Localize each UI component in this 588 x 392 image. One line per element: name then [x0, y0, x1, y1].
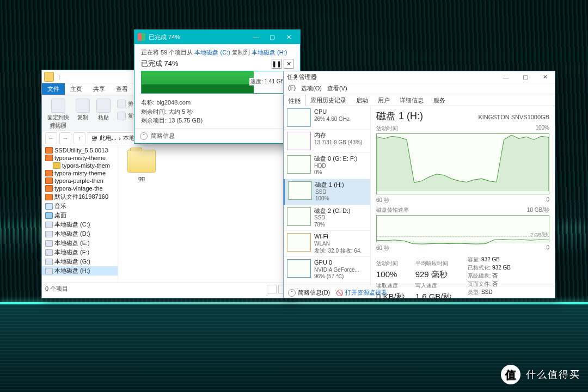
forward-button[interactable]: →: [59, 132, 71, 144]
perf-thumb: [288, 181, 312, 200]
zip-icon: [45, 185, 53, 192]
perf-thumb: [287, 108, 311, 127]
task-manager-window[interactable]: 任务管理器 — ▢ ✕ (F) 选项(O) 查看(V) 性能应用历史记录启动用户…: [283, 71, 555, 298]
folder-name: gg: [122, 175, 161, 181]
nav-tree[interactable]: SSDUtility_5.5.0013typora-misty-themetyp…: [42, 145, 118, 283]
tree-item[interactable]: 本地磁盘 (F:): [42, 248, 118, 257]
qat-divider: |: [56, 74, 62, 80]
cut-icon: [117, 100, 126, 108]
copy-button[interactable]: 复制: [74, 97, 92, 122]
copy-summary: 正在将 59 个项目从 本地磁盘 (C:) 复制到 本地磁盘 (H:): [141, 48, 293, 57]
up-button[interactable]: ↑: [74, 132, 85, 144]
no-icon: [336, 290, 343, 296]
taskmgr-menubar: (F) 选项(O) 查看(V): [284, 83, 555, 94]
activity-chart: [376, 133, 549, 194]
open-resource-monitor-link[interactable]: 打开资源监视器: [345, 289, 387, 297]
tab-4[interactable]: 详细信息: [395, 94, 428, 106]
copy-icon: [76, 99, 90, 113]
tree-item[interactable]: typora-misty-theme: [42, 154, 118, 162]
copy-titlebar[interactable]: 已完成 74% — ▢ ✕: [134, 30, 300, 44]
perf-thumb: [287, 233, 311, 252]
perf-item[interactable]: Wi-FiWLAN发送: 32.0 接收: 64.: [284, 231, 370, 257]
tab-2[interactable]: 启动: [351, 94, 373, 106]
menu-view[interactable]: 查看(V): [327, 84, 347, 93]
back-button[interactable]: ←: [45, 132, 57, 144]
close-button[interactable]: ✕: [280, 30, 297, 44]
copy-items-remaining: 剩余项目: 13 (5.75 GB): [141, 116, 293, 125]
percent-complete: 已完成 74%: [141, 59, 179, 69]
drive-icon: [45, 259, 53, 265]
tree-item[interactable]: 本地磁盘 (E:): [42, 238, 118, 248]
tree-item[interactable]: typora-vintage-the: [42, 185, 118, 192]
copy-name: 名称: big2048.com: [141, 98, 293, 107]
tree-item[interactable]: 本地磁盘 (D:): [42, 229, 118, 238]
drive-icon: [45, 240, 53, 247]
drive-icon: [45, 249, 53, 256]
perf-item[interactable]: CPU26% 4.60 GHz: [284, 106, 370, 130]
tree-item[interactable]: 音乐: [42, 201, 118, 211]
share-tab[interactable]: 共享: [88, 83, 111, 95]
zip-icon: [45, 194, 53, 200]
src-link[interactable]: 本地磁盘 (C:): [194, 49, 230, 56]
perf-thumb: [287, 207, 311, 226]
disk-model: KINGSTON SNVS1000GB: [478, 114, 549, 120]
perf-sidebar[interactable]: CPU26% 4.60 GHz内存13.7/31.9 GB (43%)磁盘 0 …: [284, 106, 371, 286]
copy-time-remaining: 剩余时间: 大约 5 秒: [141, 107, 293, 117]
menu-file[interactable]: (F): [288, 84, 296, 93]
tree-item[interactable]: typora-purple-then: [42, 177, 118, 185]
perf-item[interactable]: 磁盘 2 (C: D:)SSD78%: [284, 205, 370, 231]
tree-item[interactable]: 默认文件161987160: [42, 192, 118, 201]
brief-toggle[interactable]: 简略信息: [151, 132, 175, 140]
chevron-up-icon[interactable]: ˄: [140, 132, 148, 140]
file-tab[interactable]: 文件: [42, 83, 65, 95]
tree-item[interactable]: typora-misty-theme: [42, 169, 118, 177]
taskmgr-titlebar[interactable]: 任务管理器 — ▢ ✕: [284, 71, 555, 83]
perf-thumb: [287, 259, 311, 278]
tab-0[interactable]: 性能: [284, 95, 305, 106]
tree-item[interactable]: 本地磁盘 (H:): [42, 266, 118, 275]
tree-item[interactable]: 本地磁盘 (C:): [42, 220, 118, 229]
home-tab[interactable]: 主页: [65, 83, 88, 95]
tab-1[interactable]: 应用历史记录: [305, 94, 351, 106]
perf-item[interactable]: 磁盘 0 (G: E: F:)HDD0%: [284, 153, 370, 179]
perf-thumb: [287, 155, 311, 174]
paste-icon: [96, 99, 111, 113]
copy-title: 已完成 74%: [149, 33, 180, 41]
folder-item[interactable]: gg: [122, 150, 161, 181]
disk-title: 磁盘 1 (H:): [376, 109, 423, 122]
tree-item[interactable]: SSDUtility_5.5.0013: [42, 146, 118, 154]
cancel-button[interactable]: ✕: [284, 59, 293, 69]
chevron-up-icon[interactable]: ˄: [288, 289, 296, 297]
desktop-icon: [45, 212, 53, 219]
pause-button[interactable]: ❚❚: [272, 59, 281, 69]
explorer-statusbar: 0 个项目: [42, 283, 291, 295]
perf-item[interactable]: GPU 0NVIDIA GeForce...96% (57 ℃): [284, 257, 370, 283]
perf-item[interactable]: 磁盘 1 (H:)SSD100%: [284, 179, 370, 205]
tab-3[interactable]: 用户: [373, 94, 395, 106]
dst-link[interactable]: 本地磁盘 (H:): [252, 49, 287, 56]
maximize-button[interactable]: ▢: [516, 71, 535, 83]
clipboard-group-label: 剪贴板: [50, 122, 66, 130]
tree-item[interactable]: 本地磁盘 (G:): [42, 257, 118, 266]
tree-item[interactable]: 桌面: [42, 211, 118, 220]
file-list[interactable]: gg: [118, 145, 291, 283]
tree-item[interactable]: typora-misty-them: [42, 162, 118, 169]
minimize-button[interactable]: —: [496, 71, 516, 83]
item-count: 0 个项目: [45, 285, 68, 293]
paste-button[interactable]: 粘贴: [94, 97, 113, 122]
close-button[interactable]: ✕: [535, 71, 555, 83]
menu-options[interactable]: 选项(O): [301, 84, 322, 93]
minimize-button[interactable]: —: [248, 30, 264, 44]
tab-5[interactable]: 服务: [428, 94, 450, 106]
copy-progress-dialog[interactable]: 已完成 74% — ▢ ✕ 正在将 59 个项目从 本地磁盘 (C:) 复制到 …: [134, 29, 301, 144]
view-tab[interactable]: 查看: [111, 83, 133, 95]
details-view-button[interactable]: [267, 285, 277, 293]
perf-item[interactable]: 内存13.7/31.9 GB (43%): [284, 130, 370, 153]
copy-footer: ˄ 简略信息: [134, 128, 300, 143]
pc-icon: 🖳: [91, 135, 97, 142]
brief-toggle[interactable]: 简略信息(D): [298, 289, 330, 297]
folder-icon: [53, 162, 60, 169]
drive-icon: [45, 268, 53, 274]
watermark-badge-icon: 值: [501, 365, 520, 384]
maximize-button[interactable]: ▢: [264, 30, 280, 44]
